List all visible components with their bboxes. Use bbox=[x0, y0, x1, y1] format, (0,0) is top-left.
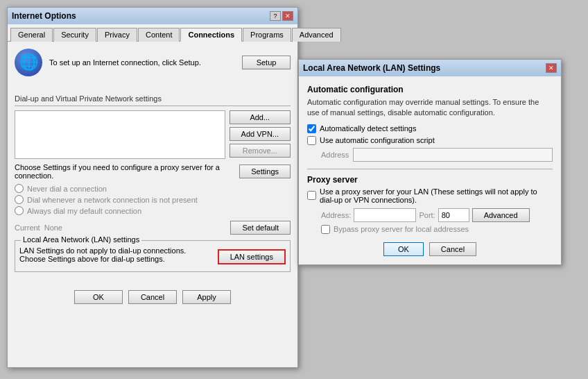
bottom-buttons: OK Cancel Apply bbox=[8, 286, 297, 308]
port-input[interactable] bbox=[438, 208, 469, 222]
lan-text: LAN Settings do not apply to dial-up con… bbox=[19, 246, 212, 263]
dial-vpn-buttons: Add... Add VPN... Remove... bbox=[230, 110, 291, 159]
section-divider bbox=[307, 169, 553, 169]
tab-content[interactable]: Content bbox=[138, 28, 180, 42]
choose-settings-text: Choose Settings if you need to configure… bbox=[15, 163, 235, 180]
auto-config-desc: Automatic configuration may override man… bbox=[307, 97, 553, 119]
proxy-address-row: Address: Port: Advanced bbox=[321, 208, 553, 222]
auto-detect-checkbox-row[interactable]: Automatically detect settings bbox=[307, 124, 553, 133]
dial-whenever-radio[interactable]: Dial whenever a network connection is no… bbox=[15, 195, 291, 204]
always-dial-radio[interactable]: Always dial my default connection bbox=[15, 206, 291, 215]
lan-settings-button[interactable]: LAN settings bbox=[218, 249, 286, 264]
use-proxy-checkbox[interactable] bbox=[307, 191, 316, 200]
choose-settings-row: Choose Settings if you need to configure… bbox=[15, 163, 291, 180]
apply-button[interactable]: Apply bbox=[182, 290, 231, 304]
tab-privacy[interactable]: Privacy bbox=[97, 28, 137, 42]
advanced-proxy-button[interactable]: Advanced bbox=[472, 208, 530, 222]
bypass-checkbox[interactable] bbox=[321, 225, 330, 234]
close-button[interactable]: ✕ bbox=[282, 11, 293, 21]
lan-close-button[interactable]: ✕ bbox=[546, 63, 557, 73]
lan-dialog-titlebar: Local Area Network (LAN) Settings ✕ bbox=[299, 60, 561, 76]
use-proxy-checkbox-row[interactable]: Use a proxy server for your LAN (These s… bbox=[307, 187, 553, 204]
lan-row: LAN Settings do not apply to dial-up con… bbox=[19, 246, 286, 267]
dial-radio-group: Never dial a connection Dial whenever a … bbox=[15, 184, 291, 215]
current-row: Current None Set default bbox=[15, 221, 291, 235]
tab-programs[interactable]: Programs bbox=[243, 28, 291, 42]
auto-detect-label: Automatically detect settings bbox=[320, 124, 416, 133]
lan-section: Local Area Network (LAN) settings LAN Se… bbox=[15, 240, 291, 272]
lan-titlebar-buttons: ✕ bbox=[546, 63, 557, 73]
auto-config-script-checkbox[interactable] bbox=[307, 136, 316, 145]
ok-button[interactable]: OK bbox=[74, 290, 123, 304]
lan-dialog-title: Local Area Network (LAN) Settings bbox=[303, 63, 440, 73]
proxy-server-title: Proxy server bbox=[307, 175, 553, 185]
proxy-address-label: Address: bbox=[321, 211, 351, 219]
auto-config-title: Automatic configuration bbox=[307, 85, 553, 94]
settings-button[interactable]: Settings bbox=[239, 165, 291, 178]
port-label: Port: bbox=[419, 211, 435, 219]
internet-icon bbox=[15, 49, 42, 76]
address-label: Address bbox=[321, 151, 349, 159]
lan-cancel-button[interactable]: Cancel bbox=[429, 242, 476, 256]
auto-config-section: Automatic configuration Automatic config… bbox=[307, 85, 553, 162]
set-default-button[interactable]: Set default bbox=[230, 221, 291, 235]
dial-vpn-list bbox=[15, 110, 225, 159]
add-button[interactable]: Add... bbox=[230, 110, 291, 124]
setup-section: To set up an Internet connection, click … bbox=[15, 49, 291, 83]
never-dial-radio[interactable]: Never dial a connection bbox=[15, 184, 291, 193]
dial-vpn-layout: Add... Add VPN... Remove... bbox=[15, 110, 291, 159]
internet-options-window: Internet Options ? ✕ General Security Pr… bbox=[7, 7, 298, 368]
use-proxy-label: Use a proxy server for your LAN (These s… bbox=[320, 187, 553, 204]
connections-content: To set up an Internet connection, click … bbox=[8, 42, 297, 286]
tab-general[interactable]: General bbox=[10, 28, 53, 42]
tabs-bar: General Security Privacy Content Connect… bbox=[8, 24, 297, 42]
bypass-checkbox-row[interactable]: Bypass proxy server for local addresses bbox=[321, 225, 553, 234]
lan-dialog-buttons: OK Cancel bbox=[307, 242, 553, 256]
auto-config-script-checkbox-row[interactable]: Use automatic configuration script bbox=[307, 136, 553, 145]
remove-button[interactable]: Remove... bbox=[230, 144, 291, 158]
add-vpn-button[interactable]: Add VPN... bbox=[230, 127, 291, 141]
tab-advanced[interactable]: Advanced bbox=[292, 28, 341, 42]
tab-security[interactable]: Security bbox=[53, 28, 96, 42]
cancel-button[interactable]: Cancel bbox=[128, 290, 177, 304]
bypass-row: Bypass proxy server for local addresses bbox=[321, 225, 553, 234]
lan-dialog-window: Local Area Network (LAN) Settings ✕ Auto… bbox=[298, 59, 562, 265]
bypass-label: Bypass proxy server for local addresses bbox=[334, 225, 469, 233]
lan-dialog-content: Automatic configuration Automatic config… bbox=[299, 76, 561, 264]
address-input[interactable] bbox=[353, 148, 553, 162]
dial-vpn-header: Dial-up and Virtual Private Network sett… bbox=[15, 92, 291, 106]
titlebar-buttons: ? ✕ bbox=[270, 11, 293, 21]
lan-ok-button[interactable]: OK bbox=[383, 242, 424, 256]
proxy-section: Proxy server Use a proxy server for your… bbox=[307, 175, 553, 234]
lan-section-label: Local Area Network (LAN) settings bbox=[21, 235, 141, 244]
auto-config-address-row: Address bbox=[321, 148, 553, 162]
auto-config-script-label: Use automatic configuration script bbox=[320, 136, 435, 144]
tab-connections[interactable]: Connections bbox=[180, 28, 242, 42]
internet-options-titlebar: Internet Options ? ✕ bbox=[8, 8, 297, 24]
help-button[interactable]: ? bbox=[270, 11, 281, 21]
auto-detect-checkbox[interactable] bbox=[307, 124, 316, 133]
setup-text: To set up an Internet connection, click … bbox=[49, 58, 235, 67]
proxy-address-input[interactable] bbox=[354, 208, 416, 222]
internet-options-title: Internet Options bbox=[12, 11, 76, 21]
setup-button[interactable]: Setup bbox=[242, 56, 291, 69]
